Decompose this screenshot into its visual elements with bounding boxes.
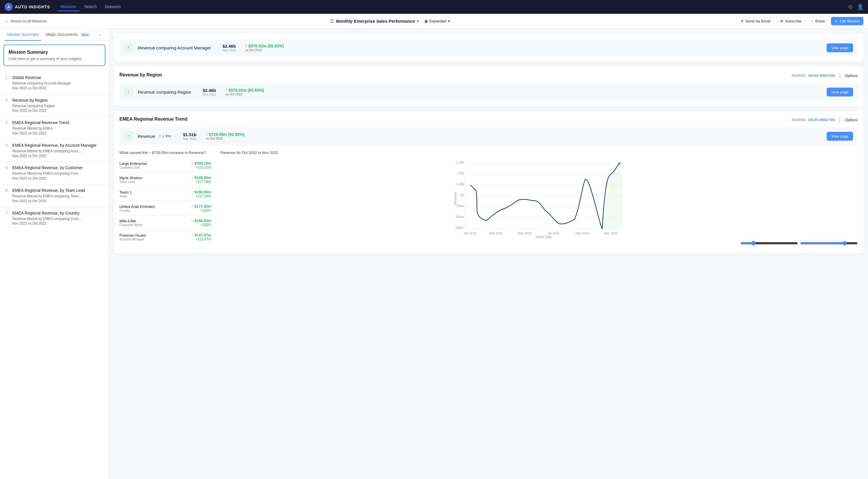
factor-category: Team	[119, 194, 132, 198]
analysis-chart: Revenue for Oct 2022 to Nov 2022 1.75b 1…	[220, 150, 858, 248]
factor-metric: ↑ $166.54m +100%	[191, 218, 211, 227]
chart-container: 1.75b 1.5b 1.25b 1b 750m 500m 250m	[220, 158, 858, 239]
emea-trend-filter: ▽ 1 filter	[158, 134, 172, 138]
sidebar-item-2[interactable]: 2 Revenue by Region Revenue comparing Re…	[0, 94, 109, 117]
nav-search[interactable]: Search	[81, 3, 100, 11]
svg-text:Nov 2022: Nov 2022	[604, 232, 617, 235]
nav-missions[interactable]: Missions	[57, 3, 79, 11]
user-icon[interactable]: 👤	[857, 4, 863, 10]
sidebar-item-3[interactable]: 3 EMEA Regional Revenue Trend Revenue fi…	[0, 117, 109, 139]
sidebar-item-content: EMEA Regional Revenue, by Team Lead Reve…	[12, 188, 104, 204]
emea-trend-metric-row: ↑ Revenue ▽ 1 filter $1.51b Nov 2022 ↑ $…	[119, 127, 858, 145]
revenue-chart-svg: 1.75b 1.5b 1.25b 1b 750m 500m 250m	[220, 158, 858, 239]
sub-header-actions: ✈ Send via Email ✉ Subscribe ↑ Share ✏ E…	[737, 17, 863, 25]
chart-range-end[interactable]	[800, 241, 858, 245]
sidebar-tabs: Mission Summary Magic Documents New ←	[0, 29, 109, 41]
chart-range-slider	[220, 239, 858, 248]
global-revenue-label: Revenue comparing Account Manager	[138, 46, 211, 50]
analysis-factor-row: Freeman Huske Account Manager ↑ $147.87m…	[119, 230, 211, 244]
sidebar-item-sub: Revenue comparing Account ManagerNov 202…	[12, 81, 104, 91]
revenue-by-region-title: Revenue by Region	[119, 72, 162, 78]
sidebar-item-6[interactable]: 6 EMEA Regional Revenue, by Team Lead Re…	[0, 184, 109, 207]
svg-text:1.75b: 1.75b	[456, 160, 464, 164]
share-label: Share	[815, 19, 825, 23]
emea-trend-label-group: Revenue ▽ 1 filter	[138, 134, 172, 139]
share-icon: ↑	[811, 19, 813, 23]
sidebar-item-sub: Revenue comparing RegionNov 2022 vs Oct …	[12, 104, 104, 114]
sidebar-item-num: 5	[5, 166, 12, 181]
revenue-by-region-label: Revenue comparing Region	[138, 90, 191, 94]
analysis-factor-row: United Arab Emirates Country ↑ $171.62m …	[119, 201, 211, 216]
sidebar-item-content: EMEA Regional Revenue, by Country Revenu…	[12, 211, 104, 226]
factor-pct: +212.67%	[191, 237, 211, 241]
factor-name: Myrle Shelton	[119, 176, 142, 180]
factor-name: Mills-Little	[119, 219, 143, 223]
revenue-by-region-options-label[interactable]: Options	[845, 73, 858, 78]
revenue-by-region-header: Revenue by Region SOURCE: SALES ANALYSIS…	[119, 72, 858, 79]
sidebar-item-title: EMEA Regional Revenue, by Team Lead	[12, 188, 104, 193]
sub-header: ← Return to all Missions ☰ Monthly Enter…	[0, 14, 868, 29]
sidebar-item-7[interactable]: 7 EMEA Regional Revenue, by Country Reve…	[0, 207, 109, 230]
revenue-by-region-view-page-button[interactable]: View page	[827, 88, 853, 96]
svg-text:Sep 2022: Sep 2022	[575, 232, 589, 235]
sidebar-item-title: EMEA Regional Revenue Trend	[12, 120, 104, 125]
global-revenue-view-page-button[interactable]: View page	[827, 43, 853, 52]
sidebar-item-num: 3	[5, 120, 12, 136]
factor-pct: +217.08%	[191, 194, 211, 198]
view-mode-button[interactable]: ▦ Expanded ▾	[421, 17, 454, 25]
view-mode-label: Expanded	[429, 19, 446, 23]
factors-table: Large Enterprise Company Size ↑ $309.15m…	[119, 158, 211, 244]
edit-mission-button[interactable]: ✏ Edit Mission	[831, 17, 863, 25]
sidebar: Mission Summary Magic Documents New ← Mi…	[0, 29, 109, 479]
svg-text:750m: 750m	[456, 204, 464, 208]
svg-point-23	[618, 162, 621, 164]
emea-trend-options-label[interactable]: Options	[845, 118, 858, 122]
subscribe-button[interactable]: ✉ Subscribe	[776, 17, 805, 25]
collapse-sidebar-button[interactable]: ←	[96, 31, 104, 39]
back-arrow-icon: ←	[5, 19, 9, 24]
sidebar-item-title: EMEA Regional Revenue, by Account Manage…	[12, 143, 104, 148]
send-email-icon: ✈	[741, 19, 744, 23]
factor-metric: ↑ $147.87m +212.67%	[191, 233, 211, 241]
sidebar-item-sub: Revenue filtered by EMEA comparing Team.…	[12, 194, 104, 204]
svg-text:1b: 1b	[460, 193, 464, 197]
sidebar-nav-list: 1 Global Revenue Revenue comparing Accou…	[0, 69, 109, 232]
send-email-button[interactable]: ✈ Send via Email	[737, 17, 774, 25]
factor-value: ↑ $309.15m	[191, 161, 211, 166]
mission-summary-card[interactable]: Mission Summary Click here to get a summ…	[3, 44, 105, 66]
tab-mission-summary[interactable]: Mission Summary	[5, 29, 41, 41]
analysis-question: What caused this ↑ $729.05m increase in …	[119, 150, 211, 155]
mission-title-button[interactable]: Monthly Enterprise Sales Performance ▾	[336, 19, 418, 24]
factor-value: ↑ $188.95m	[191, 190, 211, 194]
list-icon: ☰	[330, 19, 334, 24]
factor-category: Customer Name	[119, 223, 143, 227]
sidebar-item-content: Revenue by Region Revenue comparing Regi…	[12, 98, 104, 114]
emea-trend-view-page-button[interactable]: View page	[827, 132, 853, 141]
sidebar-item-title: Revenue by Region	[12, 98, 104, 102]
logo-icon: A	[5, 3, 12, 11]
factor-value: ↑ $188.95m	[191, 176, 211, 180]
revenue-by-region-options-icon[interactable]: ⋮	[837, 72, 842, 79]
revenue-by-region-change-group: ↑ $978.02m (65.83%) vs Oct 2022	[225, 88, 264, 96]
sidebar-item-4[interactable]: 4 EMEA Regional Revenue, by Account Mana…	[0, 139, 109, 162]
emea-trend-source: SOURCE: SALES ANALYSIS	[792, 118, 835, 121]
back-button[interactable]: ← Return to all Missions	[5, 19, 46, 24]
revenue-by-region-source: SOURCE: SALES ANALYSIS	[792, 74, 835, 77]
factor-name: United Arab Emirates	[119, 205, 155, 209]
tab-magic-documents[interactable]: Magic Documents New	[43, 29, 92, 41]
layout: Mission Summary Magic Documents New ← Mi…	[0, 29, 868, 479]
emea-trend-options-icon[interactable]: ⋮	[837, 117, 842, 123]
share-button[interactable]: ↑ Share	[808, 17, 829, 25]
sidebar-item-sub: Revenue filtered by EMEA comparing Coun.…	[12, 216, 104, 226]
emea-trend-trend-icon: ↑	[124, 131, 133, 141]
help-icon[interactable]: ⊙	[848, 4, 852, 10]
chart-range-start[interactable]	[741, 241, 798, 245]
global-revenue-change-group: ↑ $978.02m (65.83%) vs Oct 2022	[245, 43, 284, 52]
sidebar-item-5[interactable]: 5 EMEA Regional Revenue, by Customer Rev…	[0, 162, 109, 184]
factor-pct: +100%	[191, 208, 211, 212]
nav-datasets[interactable]: Datasets	[101, 3, 124, 11]
emea-trend-value-group: $1.51b Nov 2022	[183, 132, 197, 141]
sidebar-item-content: EMEA Regional Revenue Trend Revenue filt…	[12, 120, 104, 136]
sidebar-item-1[interactable]: 1 Global Revenue Revenue comparing Accou…	[0, 72, 109, 94]
sidebar-item-title: EMEA Regional Revenue, by Country	[12, 211, 104, 215]
